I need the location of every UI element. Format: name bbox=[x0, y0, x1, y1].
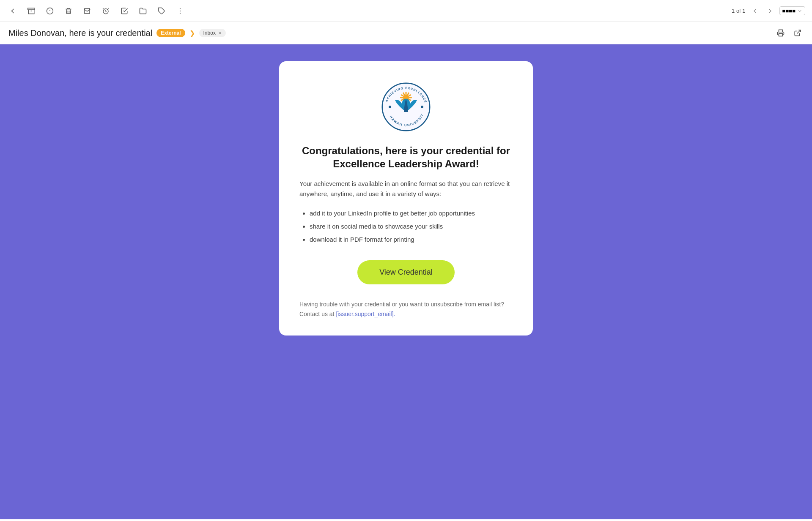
subject-bar: Miles Donovan, here is your credential E… bbox=[0, 22, 812, 44]
print-button[interactable] bbox=[775, 27, 787, 39]
zoom-selector[interactable]: ■■■■ bbox=[779, 6, 805, 15]
inbox-label: Inbox bbox=[203, 30, 216, 36]
external-badge: External bbox=[156, 29, 185, 37]
email-card: HAWAII UNIVERSITY ACHIEVING EXCELLENCE T… bbox=[279, 61, 533, 336]
zoom-level: ■■■■ bbox=[782, 8, 796, 14]
footer-text: Having trouble with your credential or y… bbox=[299, 301, 504, 317]
task-button[interactable] bbox=[118, 5, 130, 17]
toolbar-right: 1 of 1 ■■■■ bbox=[732, 5, 805, 17]
view-credential-button[interactable]: View Credential bbox=[357, 260, 455, 284]
svg-point-9 bbox=[180, 13, 181, 14]
svg-point-26 bbox=[421, 106, 423, 108]
svg-rect-21 bbox=[400, 97, 403, 98]
list-item: add it to your LinkedIn profile to get b… bbox=[310, 207, 513, 219]
next-email-button[interactable] bbox=[764, 5, 776, 17]
arrow-icon: ❯ bbox=[189, 29, 195, 37]
delete-button[interactable] bbox=[63, 5, 74, 17]
list-item: download it in PDF format for printing bbox=[310, 234, 513, 245]
email-body-background: HAWAII UNIVERSITY ACHIEVING EXCELLENCE T… bbox=[0, 44, 812, 519]
email-footer: Having trouble with your credential or y… bbox=[299, 300, 513, 319]
toolbar-left bbox=[7, 5, 728, 17]
more-button[interactable] bbox=[174, 5, 186, 17]
subject-bar-actions bbox=[775, 27, 804, 39]
email-body-text: Your achievement is available in an onli… bbox=[299, 179, 513, 199]
open-external-button[interactable] bbox=[792, 27, 804, 39]
email-heading: Congratulations, here is your credential… bbox=[299, 144, 513, 170]
svg-line-11 bbox=[797, 30, 801, 33]
email-subject: Miles Donovan, here is your credential bbox=[8, 28, 152, 38]
svg-rect-0 bbox=[28, 8, 35, 10]
back-button[interactable] bbox=[7, 5, 19, 17]
inbox-remove-button[interactable]: × bbox=[218, 30, 222, 36]
prev-email-button[interactable] bbox=[749, 5, 761, 17]
support-email-link[interactable]: [issuer.support_email]. bbox=[336, 311, 395, 317]
inbox-badge[interactable]: Inbox × bbox=[199, 29, 226, 37]
report-button[interactable] bbox=[44, 5, 56, 17]
snooze-button[interactable] bbox=[100, 5, 112, 17]
label-button[interactable] bbox=[156, 5, 167, 17]
move-to-button[interactable] bbox=[137, 5, 149, 17]
svg-rect-15 bbox=[406, 92, 407, 95]
svg-rect-10 bbox=[779, 34, 783, 36]
svg-point-8 bbox=[180, 10, 181, 11]
svg-rect-20 bbox=[409, 97, 412, 98]
archive-button[interactable] bbox=[25, 5, 37, 17]
list-item: share it on social media to showcase you… bbox=[310, 221, 513, 232]
page-counter: 1 of 1 bbox=[732, 8, 746, 14]
svg-point-7 bbox=[180, 8, 181, 9]
svg-point-25 bbox=[389, 106, 391, 108]
unread-button[interactable] bbox=[81, 5, 93, 17]
toolbar: 1 of 1 ■■■■ bbox=[0, 0, 812, 22]
email-list: add it to your LinkedIn profile to get b… bbox=[299, 207, 513, 247]
university-logo: HAWAII UNIVERSITY ACHIEVING EXCELLENCE T… bbox=[381, 82, 431, 132]
